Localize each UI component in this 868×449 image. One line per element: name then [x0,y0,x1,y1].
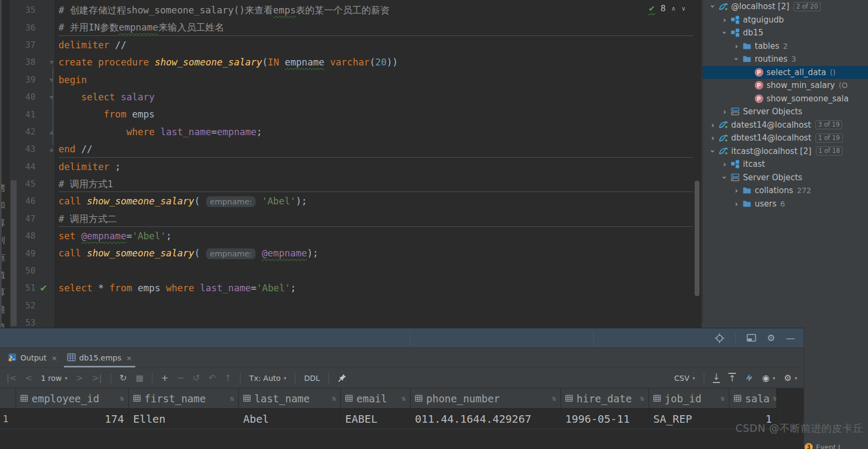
code-line[interactable] [56,262,693,279]
tree-item-itcast[interactable]: ›itcast [703,158,868,171]
export-format-select[interactable]: CSV▾ [674,374,695,382]
tab-db15-emps[interactable]: db15.emps× [62,348,137,367]
code-line[interactable] [56,314,693,328]
tree-item-server-objects[interactable]: ›Server Objects [703,105,868,119]
first-page-icon[interactable]: |< [6,374,17,382]
column-header-hire_date[interactable]: hire_date⇅ [561,388,649,408]
import-upload-icon[interactable]: ↑ [728,373,735,383]
chevron-right-icon[interactable]: › [720,107,730,116]
prev-page-icon[interactable]: < [25,374,32,382]
last-page-icon[interactable]: >| [92,374,102,382]
column-header-phone_number[interactable]: phone_number⇅ [411,388,561,408]
cell-hire_date[interactable]: 1996-05-11 [561,409,649,429]
chevron-right-icon[interactable]: › [732,42,741,50]
column-header-first_name[interactable]: first_name⇅ [129,388,239,408]
code-line[interactable]: # 并用IN参数empname来输入员工姓名 [56,19,693,36]
code-line[interactable]: # 创建存储过程show_someone_salary()来查看emps表的某一… [56,2,693,19]
prev-problem-icon[interactable]: ∧ [671,5,676,12]
tree-item-users[interactable]: ›users6 [703,197,868,211]
code-line[interactable]: from emps [56,106,693,123]
code-lines[interactable]: # 创建存储过程show_someone_salary()来查看emps表的某一… [56,2,693,328]
chevron-down-icon[interactable]: › [709,146,717,156]
pin-tab-icon[interactable] [338,373,347,382]
code-line[interactable]: set @empname='Abel'; [56,227,693,245]
event-log-sliver[interactable]: 3 Event L [805,443,842,449]
tree-item-db15[interactable]: ›db15 [703,26,868,40]
chevron-down-icon[interactable]: › [732,54,741,64]
cell-email[interactable]: EABEL [341,409,411,429]
chevron-down-icon[interactable]: › [720,28,729,38]
code-line[interactable]: # 调用方式二 [56,210,693,227]
view-options-icon[interactable]: ◉▾ [762,373,776,383]
tx-mode-select[interactable]: Tx: Auto▾ [249,374,286,382]
hide-panel-icon[interactable]: — [786,333,795,343]
tree-item-server-objects[interactable]: ›Server Objects [703,171,868,185]
tree-item-select-all-data[interactable]: Pselect_all_data() [703,66,868,79]
column-header-employee_id[interactable]: employee_id⇅ [16,388,129,408]
sort-icon[interactable]: ⇅ [549,394,556,402]
fold-open-icon[interactable]: ▿ [50,58,53,66]
inspections-widget[interactable]: ✔ 8 ∧ ∨ [648,4,686,13]
locate-icon[interactable] [714,333,725,343]
sort-icon[interactable]: ⇅ [717,394,725,402]
grid-settings-icon[interactable]: ⚙▾ [784,373,797,383]
sort-icon[interactable]: ⇅ [770,394,777,402]
code-line[interactable]: create procedure show_someone_salary(IN … [56,54,693,71]
tree-item-show-min-salary[interactable]: Pshow_min_salary(O [703,79,868,92]
fold-close-icon[interactable]: ▵ [50,145,53,153]
undo-icon[interactable]: ↺ [193,374,200,382]
code-line[interactable]: call show_someone_salary( empname: 'Abel… [56,193,693,210]
column-header-last_name[interactable]: last_name⇅ [239,388,341,408]
code-line[interactable]: select * from emps where last_name='Abel… [56,279,693,297]
submit-icon[interactable]: ↑ [224,374,231,382]
column-header-sala[interactable]: sala⇅ [730,388,777,408]
delete-row-icon[interactable]: − [177,374,184,382]
tree-item-routines[interactable]: ›routines3 [703,53,868,66]
stop-icon[interactable]: ■ [135,374,143,382]
code-line[interactable] [56,297,693,314]
chevron-down-icon[interactable]: › [720,173,729,182]
tree-item-atguigudb[interactable]: ›atguigudb [703,13,868,27]
column-header-email[interactable]: email⇅ [341,388,411,408]
sync-compare-icon[interactable] [745,373,754,382]
tree-item-show-someone-sala[interactable]: Pshow_someone_sala [703,92,868,106]
code-line[interactable]: call show_someone_salary( empname: @empn… [56,245,693,262]
close-icon[interactable]: × [52,354,57,362]
cell-job_id[interactable]: SA_REP [649,409,730,429]
sort-icon[interactable]: ⇅ [227,394,234,402]
tree-item-collations[interactable]: ›collations272 [703,184,868,197]
tree-item--localhost-2-[interactable]: ›@localhost [2]2 of 20 [703,0,868,13]
editor-scrollbar[interactable] [695,181,699,296]
close-icon[interactable]: × [126,354,132,362]
column-header-job_id[interactable]: job_id⇅ [649,388,730,408]
chevron-right-icon[interactable]: › [708,121,718,129]
code-line[interactable]: select salary [56,89,693,106]
reload-data-icon[interactable]: ↻ [120,374,127,382]
next-problem-icon[interactable]: ∨ [681,5,686,12]
tree-item-tables[interactable]: ›tables2 [703,40,868,53]
settings-gear-icon[interactable]: ⚙ [767,333,775,343]
next-page-icon[interactable]: > [76,374,83,382]
revert-icon[interactable]: ↶ [209,374,216,382]
cell-phone_number[interactable]: 011.44.1644.429267 [411,409,561,429]
sort-icon[interactable]: ⇅ [637,394,644,402]
chevron-right-icon[interactable]: › [720,16,730,24]
tree-item-itcast-localhost-2-[interactable]: ›itcast@localhost [2]1 of 18 [703,145,868,158]
chevron-down-icon[interactable]: › [709,2,717,11]
chevron-right-icon[interactable]: › [732,186,741,195]
grid-row[interactable]: 1174EllenAbelEABEL011.44.1644.4292671996… [0,409,777,429]
code-line[interactable]: delimiter ; [56,158,693,175]
sql-editor[interactable]: 绪和算利框值算维值 35363738▿39▿40▿4142▵43▵4445464… [0,0,702,328]
export-download-icon[interactable]: ↓ [713,373,720,383]
code-line[interactable]: where last_name=empname; [56,123,693,141]
chevron-right-icon[interactable]: › [708,134,718,142]
cell-first_name[interactable]: Ellen [129,409,239,429]
sort-icon[interactable]: ⇅ [398,394,406,402]
chevron-right-icon[interactable]: › [732,200,741,208]
cell-last_name[interactable]: Abel [239,409,341,429]
code-line[interactable]: delimiter // [56,36,693,54]
sort-icon[interactable]: ⇅ [116,394,124,402]
result-grid[interactable]: employee_id⇅first_name⇅last_name⇅email⇅p… [0,388,804,449]
tab-output[interactable]: Output× [3,348,62,367]
tree-item-datest14-localhost[interactable]: ›datest14@localhost3 of 19 [703,119,868,132]
